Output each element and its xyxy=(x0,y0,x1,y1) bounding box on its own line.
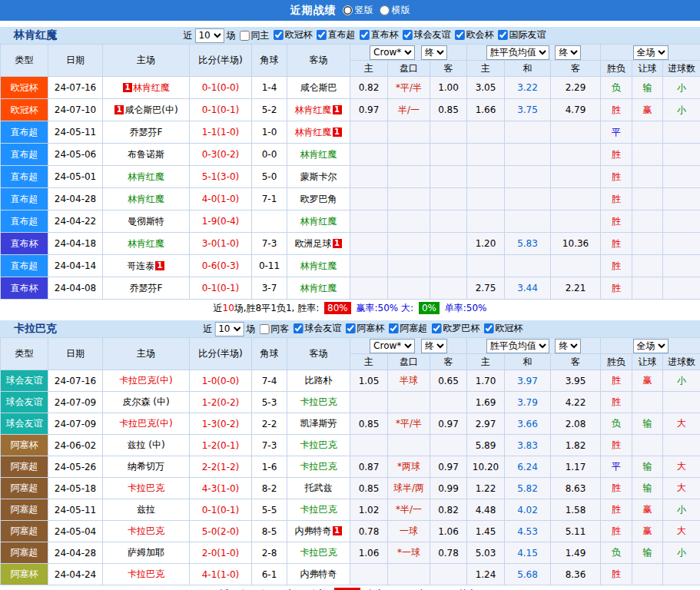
handicap-result-cell xyxy=(632,277,663,300)
recent-count-select[interactable]: 10 xyxy=(194,28,224,43)
league-filter[interactable]: 欧冠杯 xyxy=(479,322,523,335)
league-checkbox[interactable] xyxy=(273,30,283,40)
match-date: 24-07-16 xyxy=(48,77,103,99)
handicap-result-cell xyxy=(632,144,663,166)
odds-company-select[interactable]: Crow* xyxy=(370,45,415,60)
result-cell: 胜 xyxy=(601,277,632,300)
league-checkbox[interactable] xyxy=(454,30,464,40)
corner-cell: 7-4 xyxy=(252,370,287,392)
odds-company-select[interactable]: Crow* xyxy=(370,339,415,353)
same-venue-filter[interactable]: 同主 xyxy=(235,29,269,42)
scope-select[interactable]: 全场 xyxy=(633,339,668,353)
europe-odds-select[interactable]: 胜平负均值 xyxy=(486,339,549,353)
score-cell: 0-3(0-2) xyxy=(190,144,252,166)
away-team-name: 咸仑斯巴 xyxy=(300,82,337,93)
score-cell: 1-9(0-4) xyxy=(190,210,252,233)
away-team-name: 内弗特奇 xyxy=(295,525,332,536)
handicap-result-cell: 输 xyxy=(632,478,663,499)
europe-odds-select[interactable]: 胜平负均值 xyxy=(486,45,549,60)
subcol-ah-away: 客 xyxy=(430,354,467,370)
corner-cell: 5-2 xyxy=(252,99,287,121)
league-filter[interactable]: 欧罗巴杯 xyxy=(427,322,479,335)
league-checkbox[interactable] xyxy=(497,30,507,40)
col-away: 客场 xyxy=(287,45,350,77)
league-checkbox[interactable] xyxy=(402,30,412,40)
away-team-name: 比路朴 xyxy=(305,375,333,386)
summary-segment: 50% xyxy=(378,303,399,313)
ah-away-odds: 0.78 xyxy=(430,542,467,564)
ah-home-odds xyxy=(350,392,388,413)
league-filter[interactable]: 欧会杯 xyxy=(450,28,493,41)
odds-time-select[interactable]: 终 xyxy=(421,45,447,60)
result-cell: 胜 xyxy=(601,210,632,233)
handicap-result-cell: 赢 xyxy=(632,521,663,542)
league-filter[interactable]: 国际友谊 xyxy=(493,28,546,41)
league-checkbox[interactable] xyxy=(388,323,398,333)
league-filter[interactable]: 阿塞杯 xyxy=(341,322,384,335)
col-type: 类型 xyxy=(1,45,48,77)
league-checkbox[interactable] xyxy=(293,323,303,333)
odds-time-select[interactable]: 终 xyxy=(421,339,447,353)
recent-results-page: 近期战绩 竖版 横版 林肯红魔 近 10 场 同主 欧冠杯直布超直布杯球会友谊欧… xyxy=(0,0,700,590)
league-filter[interactable]: 直布杯 xyxy=(355,28,398,41)
home-team-cell: 卡拉巴克 xyxy=(103,564,190,585)
score-cell: 4-0(1-0) xyxy=(190,188,252,210)
match-row: 球会友谊 24-07-16 卡拉巴克(中) 1-0(0-0) 7-4 比路朴 1… xyxy=(1,370,700,392)
europe-time-select[interactable]: 终 xyxy=(555,45,581,60)
league-checkbox[interactable] xyxy=(345,323,355,333)
same-venue-filter[interactable]: 同客 xyxy=(255,323,289,336)
europe-time-select[interactable]: 终 xyxy=(555,339,581,353)
vertical-radio[interactable] xyxy=(343,5,353,15)
match-date: 24-05-26 xyxy=(48,456,103,478)
ah-away-odds: 0.97 xyxy=(430,413,467,435)
league-filter[interactable]: 欧冠杯 xyxy=(269,28,312,41)
layout-option-vertical[interactable]: 竖版 xyxy=(343,4,373,17)
eu-away-odds: 8.36 xyxy=(551,564,601,585)
away-team-cell: 林肯红魔 xyxy=(287,255,350,277)
same-venue-checkbox[interactable] xyxy=(239,31,249,41)
league-filter[interactable]: 球会友谊 xyxy=(398,28,450,41)
home-team-name: 林肯红魔 xyxy=(128,238,164,249)
col-home: 主场 xyxy=(103,338,190,370)
top-bar: 近期战绩 竖版 横版 xyxy=(0,0,700,21)
league-filter[interactable]: 球会友谊 xyxy=(289,322,341,335)
col-away: 客场 xyxy=(287,338,350,370)
red-card-badge: 1 xyxy=(155,261,164,270)
goals-result-cell xyxy=(663,188,700,210)
score-cell: 1-1(1-0) xyxy=(190,121,252,144)
ah-line: 球半/两 xyxy=(388,478,430,499)
league-checkbox[interactable] xyxy=(483,323,493,333)
match-row: 直布超 24-04-22 曼彻斯特 1-9(0-4) 林肯红魔 胜 xyxy=(1,210,700,233)
lincoln-matches-table: 类型 日期 主场 比分(半场) 角球 客场 Crow* 终 胜平负均值 终 全场 xyxy=(0,44,700,300)
summary-segment: 大: xyxy=(416,588,429,590)
eu-draw-odds xyxy=(505,255,551,277)
scope-select[interactable]: 全场 xyxy=(633,45,668,60)
section-header-lincoln: 林肯红魔 近 10 场 同主 欧冠杯直布超直布杯球会友谊欧会杯国际友谊 xyxy=(0,27,700,44)
match-row: 直布超 24-04-28 林肯红魔 4-0(1-0) 7-1 欧罗巴角 胜 xyxy=(1,188,700,210)
result-cell: 胜 xyxy=(601,564,632,585)
league-label: 欧会杯 xyxy=(466,28,493,41)
ah-away-odds: 0.65 xyxy=(430,370,467,392)
home-team-cell: 林肯红魔 xyxy=(103,233,190,255)
match-row: 欧冠杯 24-07-16 1林肯红魔 0-1(0-0) 1-4 咸仑斯巴 0.8… xyxy=(1,77,700,99)
league-filter[interactable]: 阿塞超 xyxy=(384,322,427,335)
home-team-cell: 林肯红魔 xyxy=(103,166,190,188)
league-checkbox[interactable] xyxy=(431,323,441,333)
league-checkbox[interactable] xyxy=(359,30,369,40)
away-team-name: 林肯红魔 xyxy=(300,283,337,293)
home-team-name: 林肯红魔 xyxy=(128,171,164,182)
away-team-cell: 托武兹 xyxy=(287,478,350,499)
recent-count-select[interactable]: 10 xyxy=(214,322,244,336)
horizontal-radio[interactable] xyxy=(380,5,390,15)
same-venue-checkbox[interactable] xyxy=(259,324,269,334)
goals-result-cell: 小 xyxy=(663,370,700,392)
near-label: 近 xyxy=(183,29,192,42)
ah-away-odds: 1.00 xyxy=(430,77,467,99)
league-filter[interactable]: 直布超 xyxy=(312,28,355,41)
league-checkbox[interactable] xyxy=(316,30,326,40)
near-label: 近 xyxy=(203,323,212,336)
layout-option-horizontal[interactable]: 横版 xyxy=(380,4,410,17)
eu-away-odds: 1.17 xyxy=(551,456,601,478)
league-type-badge: 直布超 xyxy=(1,121,48,144)
result-cell: 胜 xyxy=(601,499,632,521)
